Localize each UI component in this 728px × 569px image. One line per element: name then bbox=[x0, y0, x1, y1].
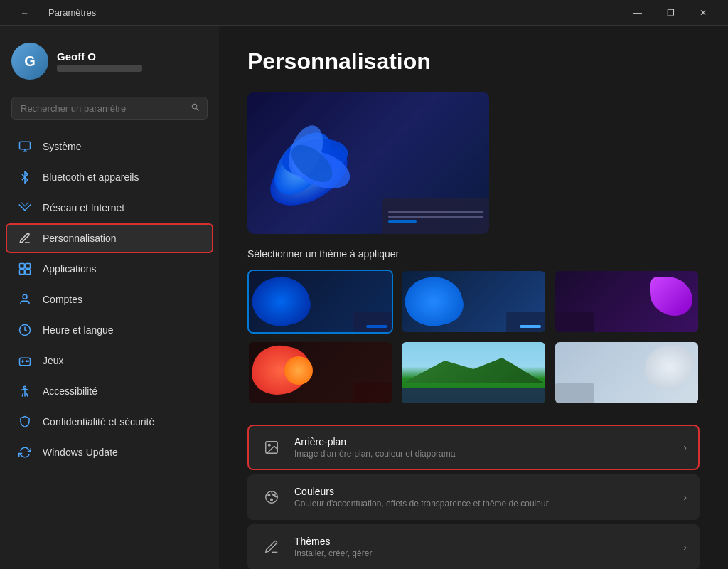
theme-thumb-4[interactable] bbox=[247, 341, 393, 405]
back-button[interactable]: ← bbox=[9, 0, 41, 26]
titlebar-left: ← Paramètres bbox=[9, 0, 96, 26]
themes-icon bbox=[260, 536, 283, 558]
svg-rect-4 bbox=[26, 264, 31, 269]
theme-thumb-5[interactable] bbox=[400, 341, 546, 405]
svg-point-11 bbox=[28, 361, 29, 362]
sidebar-label-heure: Heure et langue bbox=[43, 324, 202, 336]
settings-item-arriere-plan[interactable]: Arrière-plan Image d'arrière-plan, coule… bbox=[247, 425, 700, 470]
sidebar-nav: Système Bluetooth et appareils Réseau et… bbox=[0, 132, 219, 467]
sidebar-item-accessibilite[interactable]: Accessibilité bbox=[6, 376, 213, 406]
search-container bbox=[11, 97, 208, 120]
user-section[interactable]: G Geoff O bbox=[0, 37, 219, 91]
svg-point-10 bbox=[26, 361, 28, 362]
theme-thumb-3[interactable] bbox=[554, 270, 700, 334]
settings-item-themes[interactable]: Thèmes Installer, créer, gérer › bbox=[247, 524, 700, 569]
reseau-icon bbox=[17, 200, 33, 216]
sidebar-label-jeux: Jeux bbox=[43, 355, 202, 366]
arriere-plan-title: Arrière-plan bbox=[294, 436, 672, 447]
confidentialite-icon bbox=[17, 414, 33, 430]
settings-list: Arrière-plan Image d'arrière-plan, coule… bbox=[247, 425, 700, 569]
content-area: Personnalisation bbox=[219, 26, 728, 569]
close-button[interactable]: ✕ bbox=[687, 0, 719, 26]
theme-selector-label: Sélectionner un thème à appliquer bbox=[247, 248, 700, 260]
user-name: Geoff O bbox=[57, 50, 208, 63]
search-icon bbox=[191, 102, 200, 115]
titlebar: ← Paramètres — ❐ ✕ bbox=[0, 0, 728, 26]
svg-point-12 bbox=[24, 386, 26, 388]
svg-rect-3 bbox=[20, 264, 25, 269]
sidebar: G Geoff O Système Bluetooth et appareils… bbox=[0, 26, 219, 569]
preview-taskbar bbox=[382, 198, 489, 234]
themes-chevron: › bbox=[683, 541, 687, 553]
svg-rect-5 bbox=[20, 270, 25, 275]
svg-point-24 bbox=[271, 499, 273, 501]
sidebar-label-applications: Applications bbox=[43, 263, 202, 275]
sidebar-label-comptes: Comptes bbox=[43, 294, 202, 305]
heure-icon bbox=[17, 322, 33, 338]
sidebar-label-confidentialite: Confidentialité et sécurité bbox=[43, 416, 202, 427]
user-info: Geoff O bbox=[57, 50, 208, 72]
accessibilite-icon bbox=[17, 383, 33, 399]
themes-desc: Installer, créer, gérer bbox=[294, 548, 672, 558]
systeme-icon bbox=[17, 139, 33, 154]
svg-point-7 bbox=[23, 294, 27, 299]
wallpaper-flower-svg bbox=[255, 102, 375, 213]
titlebar-title: Paramètres bbox=[48, 7, 96, 18]
svg-point-20 bbox=[268, 444, 270, 446]
theme-thumb-2[interactable] bbox=[400, 270, 546, 334]
settings-item-couleurs[interactable]: Couleurs Couleur d'accentuation, effets … bbox=[247, 474, 700, 520]
arriere-plan-chevron: › bbox=[683, 442, 687, 453]
bluetooth-icon bbox=[17, 169, 33, 185]
theme-thumb-6[interactable] bbox=[554, 341, 700, 405]
couleurs-desc: Couleur d'accentuation, effets de transp… bbox=[294, 499, 672, 509]
svg-point-23 bbox=[273, 494, 275, 496]
sidebar-label-bluetooth: Bluetooth et appareils bbox=[43, 171, 202, 183]
couleurs-icon bbox=[260, 486, 283, 509]
page-title: Personnalisation bbox=[247, 48, 700, 75]
sidebar-label-windowsupdate: Windows Update bbox=[43, 447, 202, 458]
jeux-icon bbox=[17, 353, 33, 368]
avatar-image: G bbox=[11, 43, 48, 80]
svg-rect-6 bbox=[26, 270, 31, 275]
theme-main-preview bbox=[247, 92, 489, 234]
sidebar-item-jeux[interactable]: Jeux bbox=[6, 346, 213, 376]
sidebar-label-reseau: Réseau et Internet bbox=[43, 202, 202, 213]
theme-grid bbox=[247, 270, 700, 405]
titlebar-controls: — ❐ ✕ bbox=[621, 0, 719, 26]
themes-title: Thèmes bbox=[294, 536, 672, 547]
minimize-button[interactable]: — bbox=[621, 0, 654, 26]
arriere-plan-icon bbox=[260, 436, 283, 459]
arriere-plan-desc: Image d'arrière-plan, couleur et diapora… bbox=[294, 449, 672, 459]
applications-icon bbox=[17, 261, 33, 277]
personnalisation-icon bbox=[17, 230, 33, 246]
sidebar-label-systeme: Système bbox=[43, 141, 202, 152]
sidebar-label-accessibilite: Accessibilité bbox=[43, 385, 202, 397]
sidebar-item-reseau[interactable]: Réseau et Internet bbox=[6, 193, 213, 223]
user-email bbox=[57, 65, 142, 72]
sidebar-item-applications[interactable]: Applications bbox=[6, 254, 213, 284]
windowsupdate-icon bbox=[17, 445, 33, 460]
svg-rect-0 bbox=[20, 142, 31, 149]
theme-thumb-1[interactable] bbox=[247, 270, 393, 334]
svg-point-22 bbox=[268, 494, 270, 496]
couleurs-chevron: › bbox=[683, 491, 687, 503]
app-container: G Geoff O Système Bluetooth et appareils… bbox=[0, 26, 728, 569]
comptes-icon bbox=[17, 292, 33, 307]
search-input[interactable] bbox=[11, 97, 208, 120]
couleurs-title: Couleurs bbox=[294, 486, 672, 497]
sidebar-item-personnalisation[interactable]: Personnalisation bbox=[6, 223, 213, 253]
sidebar-label-personnalisation: Personnalisation bbox=[43, 233, 202, 244]
sidebar-item-bluetooth[interactable]: Bluetooth et appareils bbox=[6, 162, 213, 192]
sidebar-item-systeme[interactable]: Système bbox=[6, 132, 213, 161]
sidebar-item-windowsupdate[interactable]: Windows Update bbox=[6, 437, 213, 467]
maximize-button[interactable]: ❐ bbox=[654, 0, 687, 26]
sidebar-item-comptes[interactable]: Comptes bbox=[6, 284, 213, 314]
sidebar-item-confidentialite[interactable]: Confidentialité et sécurité bbox=[6, 407, 213, 437]
sidebar-item-heure[interactable]: Heure et langue bbox=[6, 315, 213, 345]
avatar: G bbox=[11, 43, 48, 80]
